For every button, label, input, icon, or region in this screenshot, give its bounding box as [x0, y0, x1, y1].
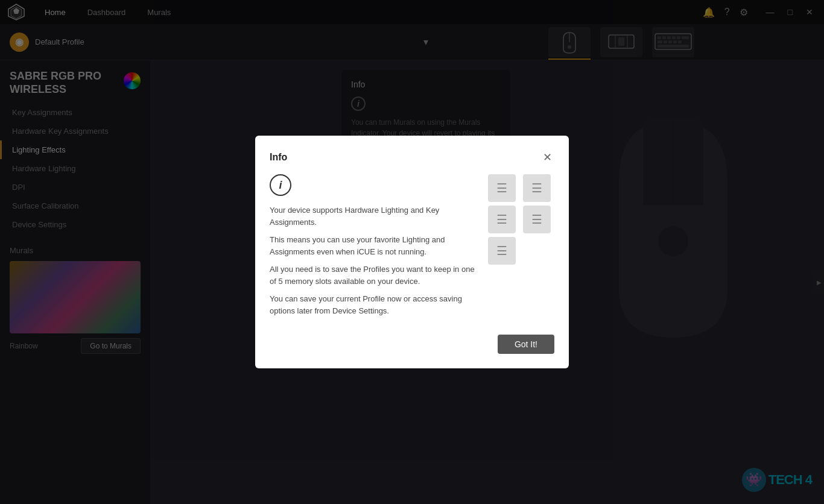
modal-header: Info ✕: [270, 150, 554, 165]
slot-4-icon: ☰: [531, 212, 542, 227]
memory-slot-1: ☰: [488, 174, 516, 202]
memory-slot-2: ☰: [523, 174, 551, 202]
modal-text-column: i Your device supports Hardware Lighting…: [270, 174, 476, 323]
modal-close-button[interactable]: ✕: [540, 150, 554, 165]
modal-footer: Got It!: [270, 335, 554, 354]
slot-1-icon: ☰: [496, 181, 507, 195]
modal-para-2: This means you can use your favorite Lig…: [270, 234, 476, 257]
got-it-button[interactable]: Got It!: [498, 335, 554, 354]
memory-slots: ☰ ☰ ☰ ☰ ☰: [488, 174, 554, 265]
slot-3-icon: ☰: [496, 212, 507, 227]
slot-2-icon: ☰: [531, 181, 542, 195]
memory-slot-5: ☰: [488, 237, 516, 265]
modal-info-icon: i: [270, 174, 291, 196]
modal-slots-grid: ☰ ☰ ☰ ☰ ☰: [488, 174, 554, 323]
modal-body: i Your device supports Hardware Lighting…: [270, 174, 554, 323]
slot-5-icon: ☰: [496, 244, 507, 258]
info-modal: Info ✕ i Your device supports Hardware L…: [255, 136, 569, 368]
modal-para-3: All you need is to save the Profiles you…: [270, 263, 476, 287]
memory-slot-4: ☰: [523, 206, 551, 233]
modal-para-4: You can save your current Profile now or…: [270, 293, 476, 317]
modal-title: Info: [270, 152, 287, 163]
memory-slot-3: ☰: [488, 206, 516, 233]
modal-para-1: Your device supports Hardware Lighting a…: [270, 204, 476, 228]
